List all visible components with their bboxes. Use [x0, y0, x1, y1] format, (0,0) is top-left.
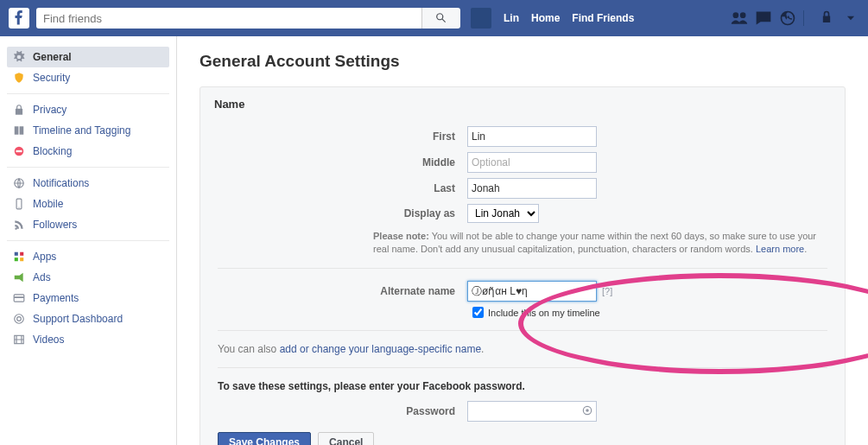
sidebar-label: Payments	[33, 292, 79, 304]
sidebar-item-security[interactable]: Security	[7, 67, 169, 88]
friend-requests-icon[interactable]	[731, 10, 748, 27]
messages-icon[interactable]	[755, 10, 772, 27]
card-icon	[12, 291, 26, 305]
search-button[interactable]	[421, 8, 460, 29]
sidebar-item-notifications[interactable]: Notifications	[7, 173, 169, 194]
sidebar-item-apps[interactable]: Apps	[7, 246, 169, 267]
name-panel: Name First Middle Last Display as	[200, 86, 846, 445]
password-label: Password	[218, 405, 467, 417]
also-text: You can also add or change your language…	[218, 343, 827, 355]
first-label: First	[218, 130, 467, 143]
sidebar-label: Apps	[33, 251, 56, 263]
sidebar-item-general[interactable]: General	[7, 47, 169, 67]
sidebar: General Security Privacy Timeline and Ta…	[0, 36, 177, 445]
svg-rect-5	[15, 252, 18, 256]
nav-home[interactable]: Home	[531, 12, 560, 24]
name-note: Please note: You will not be able to cha…	[218, 230, 827, 256]
svg-point-11	[15, 315, 24, 324]
svg-rect-8	[20, 257, 23, 261]
svg-rect-1	[16, 150, 22, 152]
sidebar-item-videos[interactable]: Videos	[7, 329, 169, 350]
lock-icon	[12, 103, 26, 117]
sidebar-label: Mobile	[33, 198, 63, 210]
apps-icon	[12, 250, 26, 264]
last-label: Last	[218, 182, 467, 194]
sidebar-label: Privacy	[33, 104, 67, 116]
sidebar-item-mobile[interactable]: Mobile	[7, 194, 169, 214]
sidebar-label: Notifications	[33, 177, 89, 189]
search-input[interactable]	[36, 8, 421, 29]
svg-point-12	[17, 317, 22, 321]
phone-icon	[12, 197, 26, 211]
save-prompt: To save these settings, please enter you…	[218, 380, 827, 392]
alternate-help[interactable]: [?]	[602, 286, 612, 296]
sidebar-label: Security	[33, 72, 70, 84]
name-section-label: Name	[200, 87, 845, 121]
facebook-logo[interactable]	[9, 8, 29, 29]
sidebar-item-blocking[interactable]: Blocking	[7, 141, 169, 162]
nope-icon	[12, 144, 26, 158]
gear-icon	[12, 50, 26, 64]
divider	[218, 268, 827, 269]
middle-input[interactable]	[467, 152, 597, 173]
film-icon	[12, 333, 26, 346]
include-timeline-label: Include this on my timeline	[488, 308, 600, 318]
sidebar-item-payments[interactable]: Payments	[7, 288, 169, 308]
sidebar-label: Ads	[33, 271, 51, 283]
learn-more-link[interactable]: Learn more	[756, 244, 804, 254]
alternate-label: Alternate name	[218, 285, 467, 297]
display-label: Display as	[218, 207, 467, 219]
sidebar-label: Timeline and Tagging	[33, 124, 130, 137]
sidebar-label: Support Dashboard	[33, 313, 123, 325]
main-content: General Account Settings Name First Midd…	[177, 36, 868, 445]
include-timeline-checkbox[interactable]	[472, 307, 484, 318]
last-input[interactable]	[467, 178, 597, 199]
sidebar-label: Videos	[33, 334, 64, 346]
privacy-shortcut-icon[interactable]	[818, 10, 835, 27]
sidebar-label: General	[33, 51, 72, 63]
password-input[interactable]	[467, 401, 597, 422]
rss-icon	[12, 218, 26, 232]
divider	[218, 367, 827, 368]
sidebar-item-followers[interactable]: Followers	[7, 214, 169, 235]
first-input[interactable]	[467, 126, 597, 147]
account-menu-icon[interactable]	[842, 10, 859, 27]
sidebar-item-privacy[interactable]: Privacy	[7, 99, 169, 120]
cancel-button[interactable]: Cancel	[318, 432, 374, 445]
save-button[interactable]: Save Changes	[218, 432, 311, 445]
svg-point-4	[18, 207, 19, 208]
display-select[interactable]: Lin Jonah	[467, 204, 539, 223]
book-icon	[12, 124, 26, 137]
sidebar-label: Followers	[33, 219, 77, 231]
svg-rect-6	[20, 252, 23, 256]
svg-rect-7	[15, 257, 18, 261]
globe-icon	[12, 176, 26, 190]
divider	[218, 330, 827, 331]
nav-find-friends[interactable]: Find Friends	[572, 12, 634, 24]
notifications-icon[interactable]	[779, 10, 796, 27]
sidebar-item-timeline[interactable]: Timeline and Tagging	[7, 120, 169, 141]
life-icon	[12, 312, 26, 326]
ads-icon	[12, 270, 26, 284]
sidebar-label: Blocking	[33, 145, 72, 157]
svg-rect-10	[14, 296, 24, 298]
avatar[interactable]	[471, 8, 491, 29]
nav-user[interactable]: Lin	[504, 12, 519, 24]
sidebar-item-support[interactable]: Support Dashboard	[7, 308, 169, 329]
nav-divider	[803, 10, 804, 26]
sidebar-item-ads[interactable]: Ads	[7, 267, 169, 288]
middle-label: Middle	[218, 156, 467, 168]
shield-icon	[12, 71, 26, 85]
alternate-input[interactable]	[467, 281, 597, 302]
language-name-link[interactable]: add or change your language-specific nam…	[280, 343, 481, 355]
page-title: General Account Settings	[200, 52, 846, 71]
search-icon	[435, 12, 447, 24]
